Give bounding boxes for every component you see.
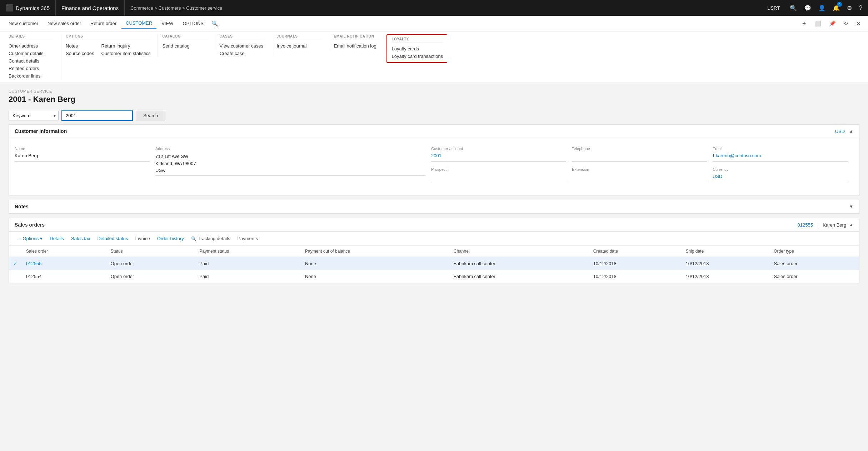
- menu-create-case[interactable]: Create case: [219, 50, 265, 57]
- ribbon-customer[interactable]: CUSTOMER: [121, 18, 156, 29]
- so-sales-tax-button[interactable]: Sales tax: [68, 234, 93, 243]
- help-icon[interactable]: ?: [856, 3, 865, 13]
- ribbon-right-icons: ✦ ⬜ 📌 ↻ ✕: [799, 19, 864, 28]
- order-link-012555[interactable]: 012555: [26, 261, 41, 266]
- ribbon-new-sales-order[interactable]: New sales order: [43, 19, 85, 28]
- check-cell: ✓: [9, 257, 22, 270]
- menu-customer-details[interactable]: Customer details: [9, 50, 54, 57]
- th-created-date[interactable]: Created date: [589, 246, 682, 257]
- menu-backorder-lines[interactable]: Backorder lines: [9, 72, 54, 80]
- th-ship-date[interactable]: Ship date: [681, 246, 769, 257]
- settings-icon[interactable]: ⚙: [844, 3, 855, 13]
- ribbon-return-order[interactable]: Return order: [86, 19, 121, 28]
- table-row[interactable]: ✓ 012555 Open order Paid None Fabrikam c…: [9, 257, 859, 270]
- office-icon[interactable]: ⬜: [812, 19, 824, 28]
- payment-status-cell: Paid: [195, 270, 301, 283]
- sales-order-customer: Karen Berg: [823, 222, 846, 228]
- th-payment-out-of-balance[interactable]: Payment out of balance: [301, 246, 449, 257]
- chevron-down-small-icon: ▾: [40, 236, 43, 241]
- loyalty-section-title: LOYALTY: [391, 37, 443, 43]
- menu-email-notification-log[interactable]: Email notification log: [334, 42, 379, 50]
- menu-loyalty-cards[interactable]: Loyalty cards: [391, 45, 443, 53]
- menu-invoice-journal[interactable]: Invoice journal: [276, 42, 322, 50]
- sales-order-cell: 012555: [22, 257, 106, 270]
- th-channel[interactable]: Channel: [449, 246, 589, 257]
- customer-info-row: Name Karen Berg Address 712 1st Ave SW K…: [15, 144, 853, 189]
- sales-order-cell: 012554: [22, 270, 106, 283]
- menu-section-options: OPTIONS Notes Source codes Return inquir…: [61, 34, 158, 57]
- expanded-menu: DETAILS Other address Customer details C…: [0, 31, 868, 83]
- so-options-button[interactable]: ··· Options ▾: [15, 234, 45, 243]
- menu-return-inquiry[interactable]: Return inquiry: [101, 42, 151, 50]
- sales-orders-right: 012555 | Karen Berg ▲: [798, 222, 853, 228]
- menu-section-email: EMAIL NOTIFICATION Email notification lo…: [329, 34, 386, 50]
- menu-loyalty-card-transactions[interactable]: Loyalty card transactions: [391, 53, 443, 60]
- currency-link[interactable]: USD: [835, 129, 845, 134]
- created-date-cell: 10/12/2018: [589, 270, 682, 283]
- th-sales-order[interactable]: Sales order: [22, 246, 106, 257]
- account-prospect-cell: Customer account 2001 Prospect: [431, 147, 572, 187]
- so-payments-button[interactable]: Payments: [234, 234, 261, 243]
- currency-value[interactable]: USD: [713, 174, 848, 182]
- ribbon-search-button[interactable]: 🔍: [209, 19, 221, 28]
- menu-notes[interactable]: Notes: [66, 42, 94, 50]
- sales-orders-section: Sales orders 012555 | Karen Berg ▲ ··· O…: [9, 218, 859, 283]
- sales-orders-toolbar: ··· Options ▾ Details Sales tax Detailed…: [9, 232, 859, 246]
- account-value[interactable]: 2001: [431, 153, 566, 162]
- payment-oob-cell: None: [301, 257, 449, 270]
- refresh-icon[interactable]: ↻: [841, 19, 851, 28]
- customer-info-title: Customer information: [15, 128, 67, 134]
- ship-date-cell: 10/12/2018: [681, 257, 769, 270]
- keyword-select[interactable]: Keyword: [9, 111, 59, 120]
- keyword-select-wrapper: Keyword: [9, 111, 59, 120]
- so-invoice-button[interactable]: Invoice: [132, 234, 153, 243]
- prospect-label: Prospect: [431, 167, 566, 172]
- email-value[interactable]: ℹ karenb@contoso.com: [713, 153, 848, 162]
- search-topbar-button[interactable]: 🔍: [787, 3, 800, 13]
- menu-send-catalog[interactable]: Send catalog: [162, 42, 208, 50]
- search-button[interactable]: Search: [136, 111, 165, 120]
- catalog-section-title: CATALOG: [162, 34, 208, 40]
- close-ribbon-icon[interactable]: ✕: [853, 19, 864, 28]
- so-tracking-details-button[interactable]: 🔍 Tracking details: [188, 234, 233, 243]
- so-detailed-status-button[interactable]: Detailed status: [94, 234, 131, 243]
- notifications-icon[interactable]: 🔔 0: [830, 3, 843, 13]
- telephone-value: [572, 153, 707, 162]
- chat-icon[interactable]: 💬: [801, 3, 814, 13]
- notes-header[interactable]: Notes ▼: [9, 200, 859, 213]
- so-details-button[interactable]: Details: [47, 234, 67, 243]
- content-area: Customer information USD ▲ Name Karen Be…: [0, 124, 868, 293]
- ribbon-new-customer[interactable]: New customer: [4, 19, 43, 28]
- prospect-value: [431, 174, 566, 182]
- user-circle-icon[interactable]: 👤: [815, 3, 828, 13]
- ribbon-options[interactable]: OPTIONS: [178, 19, 208, 28]
- customize-ribbon-icon[interactable]: ✦: [799, 19, 809, 28]
- th-payment-status[interactable]: Payment status: [195, 246, 301, 257]
- th-status[interactable]: Status: [106, 246, 195, 257]
- menu-customer-item-stats[interactable]: Customer item statistics: [101, 50, 151, 57]
- pin-ribbon-icon[interactable]: 📌: [826, 19, 839, 28]
- menu-other-address[interactable]: Other address: [9, 42, 54, 50]
- name-cell: Name Karen Berg: [15, 147, 155, 187]
- channel-cell: Fabrikam call center: [449, 270, 589, 283]
- ribbon-view[interactable]: VIEW: [157, 19, 178, 28]
- search-input[interactable]: [61, 110, 133, 121]
- account-label: Customer account: [431, 147, 566, 151]
- divider: |: [816, 222, 820, 228]
- menu-related-orders[interactable]: Related orders: [9, 65, 54, 72]
- customer-info-body: Name Karen Berg Address 712 1st Ave SW K…: [9, 138, 859, 195]
- menu-contact-details[interactable]: Contact details: [9, 57, 54, 65]
- menu-section-cases: CASES View customer cases Create case: [215, 34, 272, 57]
- tracking-search-icon: 🔍: [191, 236, 196, 241]
- customer-info-header[interactable]: Customer information USD ▲: [9, 125, 859, 138]
- menu-section-catalog: CATALOG Send catalog: [158, 34, 215, 50]
- top-bar: ⬛ Dynamics 365 Finance and Operations Co…: [0, 0, 868, 16]
- status-cell: Open order: [106, 257, 195, 270]
- sales-order-number-link[interactable]: 012555: [798, 222, 813, 228]
- name-label: Name: [15, 147, 150, 151]
- menu-view-customer-cases[interactable]: View customer cases: [219, 42, 265, 50]
- menu-source-codes[interactable]: Source codes: [66, 50, 94, 57]
- th-order-type[interactable]: Order type: [769, 246, 859, 257]
- so-order-history-button[interactable]: Order history: [154, 234, 187, 243]
- table-row[interactable]: 012554 Open order Paid None Fabrikam cal…: [9, 270, 859, 283]
